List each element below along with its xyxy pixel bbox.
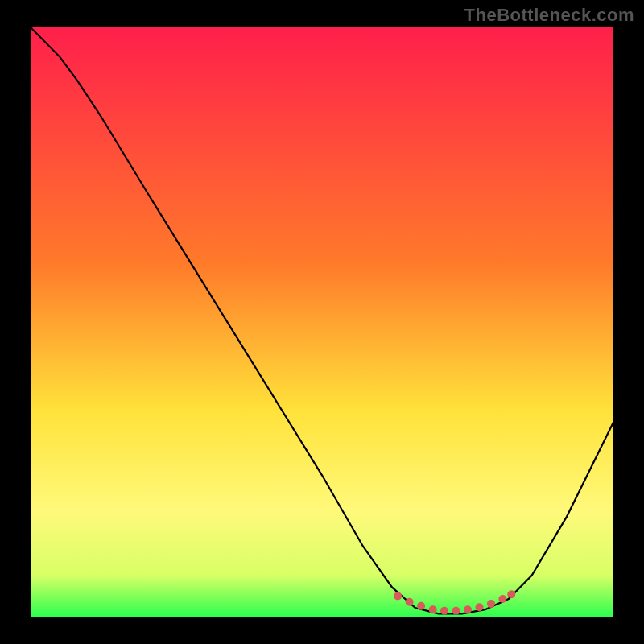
- chart-frame: { "watermark": "TheBottleneck.com", "cha…: [0, 0, 644, 644]
- optimal-dot: [487, 600, 495, 608]
- watermark-text: TheBottleneck.com: [464, 5, 634, 26]
- bottleneck-chart: [0, 0, 644, 644]
- optimal-dot: [476, 603, 484, 611]
- optimal-dot: [394, 592, 402, 600]
- optimal-dot: [417, 602, 425, 610]
- optimal-dot: [452, 607, 460, 615]
- optimal-dot: [406, 598, 414, 606]
- optimal-dot: [464, 605, 472, 613]
- optimal-dot: [507, 590, 515, 598]
- gradient-background: [31, 27, 613, 617]
- optimal-dot: [498, 595, 506, 603]
- optimal-dot: [440, 607, 448, 615]
- optimal-dot: [429, 605, 437, 613]
